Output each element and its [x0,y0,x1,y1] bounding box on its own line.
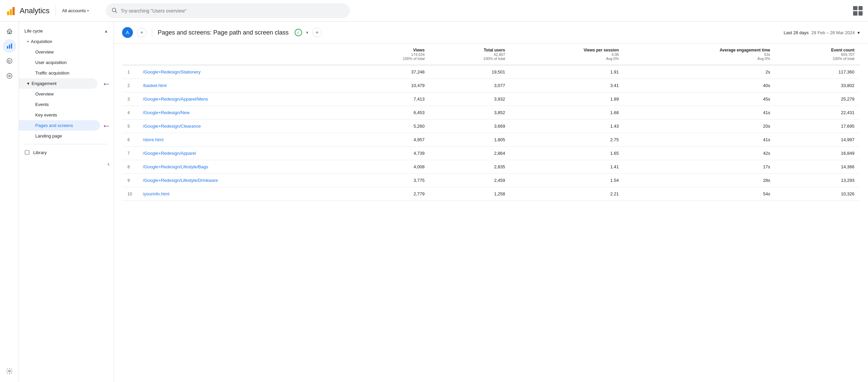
row-path[interactable]: /Google+Redesign/Stationery [137,65,350,79]
row-rank: 5 [122,120,137,133]
advertising-nav-item[interactable] [3,69,16,83]
app-title: Analytics [20,6,50,15]
svg-point-11 [7,59,12,64]
acquisition-label: Acquisition [31,39,52,44]
lifecycle-section-header[interactable]: Life cycle ▲ [19,26,114,36]
svg-rect-1 [10,9,12,15]
table-row[interactable]: 9 /Google+Redesign/Lifestyle/Drinkware 3… [122,174,860,187]
row-sessions-per-user: 1.65 [511,147,624,160]
row-path[interactable]: /basket.html [137,79,350,92]
row-views: 6,453 [350,106,430,120]
row-sessions-per-user: 2.21 [511,187,624,201]
row-users: 2,864 [430,147,510,160]
row-event-count: 14,997 [776,133,860,147]
row-users: 2,835 [430,160,510,174]
row-event-count: 17,695 [776,120,860,133]
row-path[interactable]: /Google+Redesign/Apparel [137,147,350,160]
table-row[interactable]: 2 /basket.html 10,479 3,077 3.41 40s 33,… [122,79,860,92]
table-row[interactable]: 3 /Google+Redesign/Apparel/Mens 7,413 3,… [122,92,860,106]
top-bar-right [853,6,863,16]
svg-rect-10 [11,44,12,49]
user-acquisition-item[interactable]: User acquisition [19,57,111,68]
date-range-selector[interactable]: Last 28 days 28 Feb – 26 Mar 2024 ▾ [784,30,860,35]
row-avg-time: 41s [624,106,776,120]
views-col-header[interactable]: Views 174,534 100% of total [350,44,430,65]
row-path[interactable]: /Google+Redesign/Clearance [137,120,350,133]
row-event-count: 14,366 [776,160,860,174]
account-selector[interactable]: All accounts ▾ [62,8,89,13]
row-avg-time: 17s [624,160,776,174]
events-subtitle: 100% of total [781,57,854,61]
row-path[interactable]: /store.html [137,133,350,147]
logo-area: Analytics All accounts ▾ [5,5,100,16]
row-path[interactable]: /yourinfo.html [137,187,350,201]
engagement-group-header[interactable]: ▾ Engagement [19,78,97,89]
row-rank: 2 [122,79,137,92]
pages-table: Views 174,534 100% of total Total users … [122,44,860,201]
table-row[interactable]: 5 /Google+Redesign/Clearance 5,260 3,669… [122,120,860,133]
home-nav-item[interactable] [3,24,16,38]
search-bar[interactable] [106,3,350,18]
key-events-item[interactable]: Key events [19,110,111,120]
add-comparison-button[interactable]: + [137,28,146,37]
table-row[interactable]: 7 /Google+Redesign/Apparel 4,739 2,864 1… [122,147,860,160]
events-col-header[interactable]: Event count 659,707 100% of total [776,44,860,65]
table-row[interactable]: 1 /Google+Redesign/Stationery 37,248 19,… [122,65,860,79]
row-views: 2,779 [350,187,430,201]
row-users: 3,669 [430,120,510,133]
table-row[interactable]: 8 /Google+Redesign/Lifestyle/Bags 4,008 … [122,160,860,174]
row-views: 5,260 [350,120,430,133]
sidebar-divider [24,144,108,144]
svg-rect-15 [25,150,29,154]
lifecycle-label: Life cycle [24,28,43,34]
views-total: 174,534 [355,52,425,57]
row-rank: 6 [122,133,137,147]
row-path[interactable]: /Google+Redesign/New [137,106,350,120]
date-range-chevron-icon: ▾ [857,30,860,35]
events-item[interactable]: Events [19,99,111,110]
row-users: 3,077 [430,79,510,92]
acquisition-group-header[interactable]: ▾ Acquisition [19,36,114,47]
row-users: 1,805 [430,133,510,147]
avgtime-col-header[interactable]: Average engagement time 53s Avg 0% [624,44,776,65]
row-path[interactable]: /Google+Redesign/Lifestyle/Drinkware [137,174,350,187]
title-dropdown-button[interactable]: ▾ [306,30,308,35]
engagement-overview-item[interactable]: Overview [19,89,111,99]
lifecycle-chevron-icon: ▲ [104,29,108,34]
row-sessions-per-user: 1.41 [511,160,624,174]
page-title: Pages and screens: Page path and screen … [158,29,289,36]
grid-menu-icon[interactable] [853,6,863,16]
row-views: 10,479 [350,79,430,92]
pages-and-screens-item[interactable]: Pages and screens [19,120,100,131]
landing-page-item[interactable]: Landing page [19,131,111,141]
collapse-sidebar-icon[interactable]: ‹ [107,161,110,168]
row-event-count: 22,431 [776,106,860,120]
search-input[interactable] [121,8,344,14]
settings-nav-item[interactable] [3,364,16,378]
data-table-container: Views 174,534 100% of total Total users … [114,44,868,209]
table-row[interactable]: 10 /yourinfo.html 2,779 1,258 2.21 54s 1… [122,187,860,201]
row-sessions-per-user: 1.43 [511,120,624,133]
users-col-header[interactable]: Total users 42,807 100% of total [430,44,510,65]
row-path[interactable]: /Google+Redesign/Lifestyle/Bags [137,160,350,174]
row-avg-time: 28s [624,174,776,187]
row-event-count: 25,279 [776,92,860,106]
explore-nav-item[interactable] [3,54,16,68]
row-users: 19,501 [430,65,510,79]
reports-nav-item[interactable] [3,39,16,53]
row-path[interactable]: /Google+Redesign/Apparel/Mens [137,92,350,106]
path-col-header [137,44,350,65]
sessions-col-header[interactable]: Views per session 4.08 Avg 0% [511,44,624,65]
add-insight-button[interactable]: + [312,28,322,37]
acquisition-overview-item[interactable]: Overview [19,47,111,57]
library-item[interactable]: Library [19,147,114,158]
traffic-acquisition-item[interactable]: Traffic acquisition [19,68,111,78]
table-row[interactable]: 4 /Google+Redesign/New 6,453 3,852 1.68 … [122,106,860,120]
row-sessions-per-user: 3.41 [511,79,624,92]
table-row[interactable]: 6 /store.html 4,957 1,805 2.75 41s 14,99… [122,133,860,147]
sessions-total: 4.08 [516,52,619,57]
avgtime-subtitle: Avg 0% [630,57,770,61]
search-icon [111,7,117,15]
date-range-label: Last 28 days [784,30,809,35]
avatar[interactable]: A [122,27,133,38]
